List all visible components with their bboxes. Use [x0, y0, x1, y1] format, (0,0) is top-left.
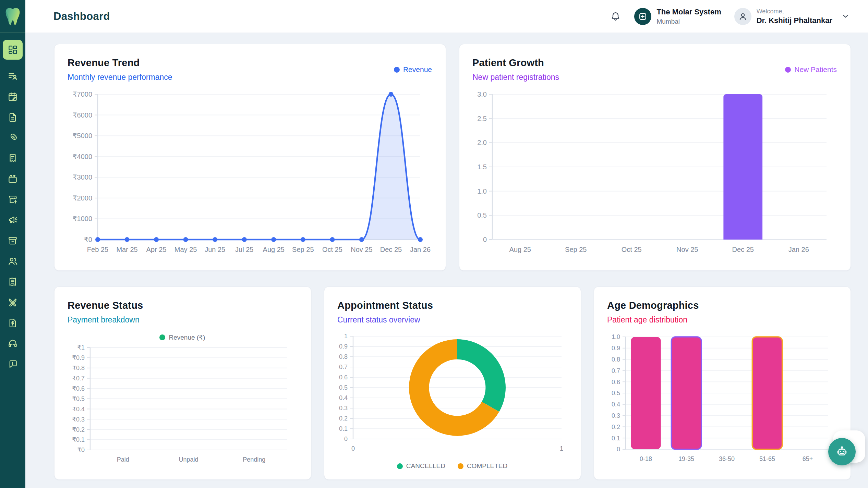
- y-tick: 0.4: [612, 401, 620, 408]
- sidebar-item-store[interactable]: [3, 192, 23, 207]
- avatar: [734, 8, 751, 25]
- sidebar-item-media[interactable]: [3, 171, 23, 186]
- y-tick: 0.2: [339, 415, 348, 422]
- y-tick: 0.8: [339, 353, 348, 360]
- y-tick: 0: [617, 446, 620, 453]
- y-tick: ₹0.9: [72, 354, 85, 361]
- data-point: [125, 237, 130, 242]
- y-tick: ₹3000: [73, 173, 92, 181]
- sidebar-nav: [0, 33, 25, 371]
- app-logo[interactable]: [0, 0, 25, 33]
- bar-0-18: [631, 337, 661, 449]
- card-revenue-trend: Revenue Trend Monthly revenue performanc…: [54, 44, 446, 271]
- chart-svg: 3.02.52.01.51.00.50Aug 25Sep 25Oct 25Nov…: [472, 90, 837, 261]
- y-tick: ₹4000: [73, 153, 92, 160]
- card-subtitle: Monthly revenue performance: [68, 73, 172, 82]
- sidebar-item-inventory[interactable]: [3, 233, 23, 248]
- sidebar-item-documents[interactable]: [3, 110, 23, 125]
- user-info: Welcome, Dr. Kshitij Phaltankar: [757, 8, 832, 25]
- legend-item-revenue-: Revenue (₹): [159, 333, 205, 341]
- x-tick: Oct 25: [322, 246, 342, 253]
- legend-label: CANCELLED: [406, 462, 445, 470]
- sidebar-item-dashboard[interactable]: [3, 40, 23, 60]
- revenue-trend-legend: Revenue: [394, 65, 432, 74]
- sidebar-item-receipts[interactable]: [3, 274, 23, 289]
- clinic-info: The Molar System Mumbai: [656, 8, 721, 25]
- sidebar-item-invoices[interactable]: [3, 315, 23, 330]
- sidebar-item-marketing[interactable]: [3, 212, 23, 228]
- card-age-demographics: Age Demographics Patient age distributio…: [594, 286, 851, 480]
- x-tick: Feb 25: [87, 246, 108, 253]
- sidebar-item-support[interactable]: [3, 336, 23, 351]
- x-tick: Aug 25: [263, 246, 285, 253]
- y-tick: 0: [483, 236, 487, 243]
- sidebar-item-feedback[interactable]: [3, 356, 23, 371]
- y-tick: ₹2000: [73, 194, 92, 202]
- sidebar-item-tools[interactable]: [3, 295, 23, 310]
- legend-item-revenue: Revenue: [394, 65, 432, 74]
- age-demographics-chart: 1.00.90.80.70.60.50.40.30.20.100-1819-35…: [607, 333, 837, 470]
- y-tick: ₹6000: [73, 111, 92, 119]
- chart-svg: ₹7000₹6000₹5000₹4000₹3000₹2000₹1000₹0Feb…: [68, 90, 432, 261]
- y-tick: ₹5000: [73, 132, 92, 139]
- data-point: [183, 237, 188, 242]
- sidebar-item-billing[interactable]: [3, 151, 23, 166]
- charts-row-top: Revenue Trend Monthly revenue performanc…: [54, 44, 851, 271]
- card-subtitle: Current status overview: [337, 315, 433, 325]
- card-title: Age Demographics: [607, 300, 699, 311]
- legend-item-new-patients: New Patients: [785, 65, 837, 74]
- card-title: Revenue Trend: [68, 57, 172, 69]
- robot-icon: [835, 444, 849, 459]
- chart-svg: 10.90.80.70.60.50.40.30.20.1001: [337, 333, 567, 458]
- card-subtitle: Payment breakdown: [68, 315, 143, 325]
- x-tick: Apr 25: [146, 246, 167, 253]
- chatbot-button[interactable]: [828, 438, 856, 465]
- y-tick: 0.9: [612, 345, 620, 352]
- data-point: [271, 237, 276, 242]
- legend-item-cancelled: CANCELLED: [397, 462, 445, 470]
- card-appointment-status: Appointment Status Current status overvi…: [324, 286, 581, 480]
- y-tick: ₹0.5: [72, 395, 85, 402]
- x-tick: Pending: [243, 456, 265, 463]
- x-tick: Oct 25: [622, 246, 642, 253]
- y-tick: 3.0: [477, 90, 487, 98]
- card-subtitle: Patient age distribution: [607, 315, 699, 325]
- y-tick: ₹0.6: [72, 385, 85, 392]
- receipts-icon: [8, 277, 18, 287]
- data-point: [301, 237, 305, 242]
- media-icon: [8, 174, 18, 184]
- card-title: Patient Growth: [472, 57, 559, 69]
- y-tick: ₹7000: [73, 90, 92, 98]
- y-tick: ₹0.7: [72, 375, 85, 382]
- data-point: [418, 237, 423, 242]
- revenue-trend-chart: ₹7000₹6000₹5000₹4000₹3000₹2000₹1000₹0Feb…: [68, 90, 432, 261]
- y-tick: 0.5: [339, 384, 348, 391]
- y-tick: 1.5: [477, 163, 487, 171]
- data-point: [359, 237, 364, 242]
- notifications-button[interactable]: [610, 11, 621, 22]
- legend-dot: [785, 67, 791, 73]
- card-patient-growth: Patient Growth New patient registrations…: [459, 44, 851, 271]
- y-tick: ₹0: [84, 236, 92, 243]
- tools-icon: [8, 297, 18, 307]
- y-tick: 0.6: [612, 379, 620, 386]
- x-tick: 0-18: [640, 455, 652, 462]
- clinic-selector[interactable]: The Molar System Mumbai: [634, 8, 721, 25]
- y-tick: 1.0: [612, 333, 620, 340]
- x-tick: Mar 25: [116, 246, 137, 253]
- sidebar-item-medications[interactable]: [3, 130, 23, 145]
- revenue-area: [98, 94, 420, 240]
- sidebar-item-staff[interactable]: [3, 254, 23, 269]
- x-tick: Sep 25: [292, 246, 314, 253]
- legend-label: COMPLETED: [467, 462, 507, 470]
- user-menu[interactable]: Welcome, Dr. Kshitij Phaltankar: [734, 8, 850, 25]
- sidebar-item-appointments[interactable]: [3, 89, 23, 104]
- invoices-icon: [8, 318, 18, 328]
- y-tick: ₹0: [77, 447, 85, 453]
- header-right: The Molar System Mumbai Welcome, Dr. Ksh…: [610, 8, 850, 25]
- legend-dot: [458, 463, 463, 469]
- y-tick: ₹0.3: [72, 416, 85, 423]
- sidebar-item-patient-queue[interactable]: [3, 69, 23, 84]
- y-tick: ₹1: [77, 344, 85, 351]
- legend-item-completed: COMPLETED: [458, 462, 507, 470]
